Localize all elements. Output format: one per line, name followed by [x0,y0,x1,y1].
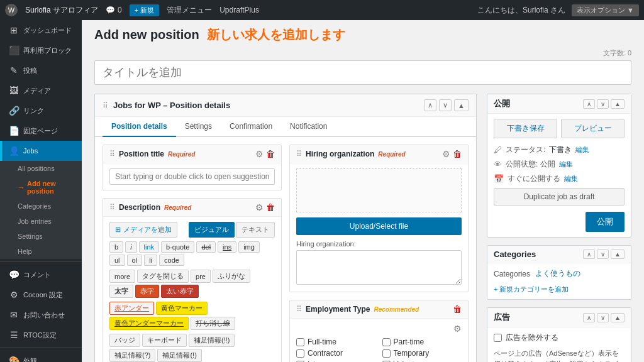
employment-type-trash[interactable]: 🗑 [453,304,462,314]
fmt-note-q[interactable]: 補足情報(?) [109,349,155,362]
fmt-li[interactable]: li [144,255,157,266]
employment-type-drag[interactable]: ⠿ [296,305,302,314]
publish-panel-down[interactable]: ∨ [597,99,609,109]
sidebar-item-cocoon[interactable]: ⚙ Cocoon 設定 [0,285,82,305]
fmt-code[interactable]: code [159,255,184,266]
checkbox-full-time[interactable] [296,338,304,346]
employment-type-gear[interactable]: ⚙ [453,324,462,334]
comments-icon[interactable]: 💬 0 [106,6,122,14]
add-media-btn[interactable]: ⊞ メディアを追加 [109,222,177,238]
sidebar-item-comments[interactable]: 💬 コメント [0,265,82,285]
fmt-note-double[interactable]: 補足情報(!!) [189,334,235,347]
hiring-org-gear[interactable]: ⚙ [442,149,450,159]
fmt-more[interactable]: more [109,270,135,283]
sidebar-item-appearance[interactable]: 🎨 外観 [0,351,82,362]
sidebar-item-contact[interactable]: ✉ お問い合わせ [0,305,82,325]
fmt-img[interactable]: img [238,241,260,253]
metabox-toggle[interactable]: ▲ [454,99,469,111]
sidebar-item-media[interactable]: 🖼 メディア [0,80,82,101]
post-title-input[interactable] [94,60,631,85]
submenu-categories[interactable]: Categories [0,199,82,214]
fmt-del[interactable]: del [196,241,216,253]
updraftplus-link[interactable]: UpdraftPlus [219,6,259,14]
exclude-ad-checkbox[interactable] [494,334,502,342]
sidebar-item-rtoc[interactable]: ☰ RTOC設定 [0,325,82,345]
submenu-help[interactable]: Help [0,244,82,259]
description-trash[interactable]: 🗑 [266,202,275,212]
submenu-all-positions[interactable]: All positions [0,161,82,176]
new-content-btn[interactable]: + 新規 [130,4,159,16]
publish-panel-up[interactable]: ∧ [583,99,595,109]
hiring-org-drag[interactable]: ⠿ [296,150,302,158]
sidebar-item-jobs[interactable]: 👤 Jobs [0,141,82,161]
fmt-ol[interactable]: ol [127,255,143,266]
preview-btn[interactable]: プレビュー [561,119,625,138]
categories-panel-down[interactable]: ∨ [597,250,609,259]
fmt-close-tags[interactable]: タグを閉じる [137,270,189,283]
hiring-org-trash[interactable]: 🗑 [453,149,462,159]
checkbox-contractor[interactable] [296,349,304,358]
sidebar-item-pages[interactable]: 📄 固定ページ [0,121,82,141]
metabox-collapse-up[interactable]: ∧ [424,99,436,111]
duplicate-draft-btn[interactable]: Duplicate job as draft [494,188,625,206]
position-title-gear[interactable]: ⚙ [255,149,264,159]
edit-visibility-link[interactable]: 編集 [559,160,573,169]
submenu-settings[interactable]: Settings [0,229,82,244]
publish-panel-toggle[interactable]: ▲ [611,99,625,109]
wp-logo[interactable]: W [5,4,18,16]
categories-panel-toggle[interactable]: ▲ [611,250,625,259]
fmt-bold[interactable]: b [109,241,123,253]
fmt-strikethrough[interactable]: 打ち消し線 [191,317,235,330]
description-drag[interactable]: ⠿ [109,203,115,212]
visual-btn[interactable]: ビジュアル [189,222,235,238]
fmt-ul[interactable]: ul [109,255,125,266]
fmt-red-underline[interactable]: 赤アンダー [109,302,154,315]
checkbox-temporary[interactable] [382,349,391,358]
fmt-note-single[interactable]: 補足情報(!) [157,349,201,362]
description-gear[interactable]: ⚙ [255,202,264,212]
fmt-yellow[interactable]: 黄色マーカー [156,302,208,315]
text-btn[interactable]: テキスト [236,222,275,238]
site-name[interactable]: Surlofia サアロフィア [25,5,98,16]
display-options-btn[interactable]: 表示オプション ▼ [572,4,639,16]
sidebar-item-posts[interactable]: ✎ 投稿 [0,60,82,80]
fmt-ins[interactable]: ins [218,241,236,253]
fmt-yellow-underline[interactable]: 黄色アンダーマーカー [109,317,189,330]
tab-confirmation[interactable]: Confirmation [221,117,281,137]
position-title-trash[interactable]: 🗑 [266,149,275,159]
fmt-bold-jp[interactable]: 太字 [109,285,133,298]
ad-panel-toggle[interactable]: ▲ [611,313,625,322]
categories-panel-up[interactable]: ∧ [583,250,595,259]
checkbox-part-time[interactable] [382,338,391,346]
fmt-red[interactable]: 赤字 [135,285,159,298]
edit-schedule-link[interactable]: 編集 [564,174,578,184]
add-category-link[interactable]: + 新規カテゴリーを追加 [494,285,569,293]
tab-position-details[interactable]: Position details [103,117,176,137]
hiring-org-textarea[interactable] [296,250,462,285]
position-title-input[interactable] [109,168,275,185]
ad-panel-up[interactable]: ∧ [583,313,595,322]
ad-panel-down[interactable]: ∨ [597,313,609,322]
fmt-bquote[interactable]: b-quote [161,241,194,253]
fmt-furigana[interactable]: ふりがな [213,270,250,283]
upload-select-btn[interactable]: Upload/Select file [296,217,462,235]
fmt-italic[interactable]: i [125,241,136,253]
metabox-collapse-down[interactable]: ∨ [439,99,452,111]
save-draft-btn[interactable]: 下書き保存 [494,119,557,138]
fmt-pre[interactable]: pre [191,270,211,283]
sidebar-item-links[interactable]: 🔗 リンク [0,101,82,121]
admin-menu-link[interactable]: 管理メニュー [167,5,212,16]
sidebar-item-dashboard[interactable]: ⊞ ダッシュボード [0,20,82,40]
submenu-add-new[interactable]: → Add new position [0,176,82,199]
publish-btn[interactable]: 公開 [586,212,625,232]
position-title-drag[interactable]: ⠿ [109,150,115,158]
fmt-link[interactable]: link [139,241,160,253]
fmt-badge[interactable]: バッジ [109,334,140,347]
edit-status-link[interactable]: 編集 [575,145,589,155]
submenu-job-entries[interactable]: Job entries [0,214,82,229]
tab-settings[interactable]: Settings [176,117,221,137]
tab-notification[interactable]: Notification [281,117,336,137]
fmt-bold-red[interactable]: 太い赤字 [161,285,199,298]
sidebar-item-reusable[interactable]: ⬛ 再利用ブロック [0,40,82,60]
fmt-keyboard[interactable]: キーボード [142,334,187,347]
